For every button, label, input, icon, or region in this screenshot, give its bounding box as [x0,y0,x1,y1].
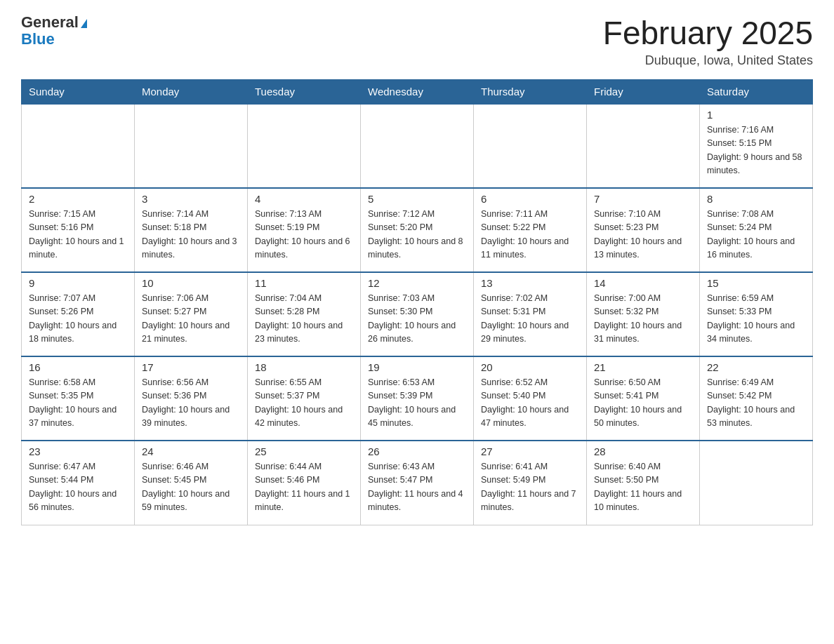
weekday-header-sunday: Sunday [22,80,135,105]
day-info: Sunrise: 7:08 AMSunset: 5:24 PMDaylight:… [707,208,805,262]
day-number: 5 [368,193,466,205]
day-info: Sunrise: 6:41 AMSunset: 5:49 PMDaylight:… [481,460,579,515]
weekday-header-row: SundayMondayTuesdayWednesdayThursdayFrid… [22,80,813,105]
calendar-week-row: 1Sunrise: 7:16 AMSunset: 5:15 PMDaylight… [22,104,813,188]
day-info: Sunrise: 7:16 AMSunset: 5:15 PMDaylight:… [707,123,805,178]
logo-blue-text: Blue [21,30,55,48]
day-info: Sunrise: 6:47 AMSunset: 5:44 PMDaylight:… [29,460,127,515]
day-info: Sunrise: 6:55 AMSunset: 5:37 PMDaylight:… [255,376,353,431]
day-number: 26 [368,445,466,457]
day-number: 13 [481,277,579,289]
day-info: Sunrise: 7:04 AMSunset: 5:28 PMDaylight:… [255,292,353,347]
calendar-day-19: 19Sunrise: 6:53 AMSunset: 5:39 PMDayligh… [361,356,474,441]
weekday-header-saturday: Saturday [700,80,813,105]
calendar-empty-cell [22,104,135,188]
logo-arrow-icon [81,19,87,28]
calendar-day-7: 7Sunrise: 7:10 AMSunset: 5:23 PMDaylight… [587,188,700,272]
calendar-week-row: 2Sunrise: 7:15 AMSunset: 5:16 PMDaylight… [22,188,813,272]
day-number: 4 [255,193,353,205]
day-number: 9 [29,277,127,289]
calendar-day-25: 25Sunrise: 6:44 AMSunset: 5:46 PMDayligh… [248,441,361,525]
calendar-day-17: 17Sunrise: 6:56 AMSunset: 5:36 PMDayligh… [135,356,248,441]
day-info: Sunrise: 7:02 AMSunset: 5:31 PMDaylight:… [481,292,579,347]
day-info: Sunrise: 6:59 AMSunset: 5:33 PMDaylight:… [707,292,805,347]
calendar-empty-cell [587,104,700,188]
day-info: Sunrise: 7:15 AMSunset: 5:16 PMDaylight:… [29,208,127,262]
day-info: Sunrise: 7:07 AMSunset: 5:26 PMDaylight:… [29,292,127,347]
weekday-header-thursday: Thursday [474,80,587,105]
day-info: Sunrise: 7:11 AMSunset: 5:22 PMDaylight:… [481,208,579,262]
calendar-day-9: 9Sunrise: 7:07 AMSunset: 5:26 PMDaylight… [22,272,135,356]
day-number: 1 [707,109,805,121]
weekday-header-friday: Friday [587,80,700,105]
calendar-day-13: 13Sunrise: 7:02 AMSunset: 5:31 PMDayligh… [474,272,587,356]
day-number: 23 [29,445,127,457]
day-info: Sunrise: 7:13 AMSunset: 5:19 PMDaylight:… [255,208,353,262]
calendar-day-23: 23Sunrise: 6:47 AMSunset: 5:44 PMDayligh… [22,441,135,525]
day-number: 15 [707,277,805,289]
day-info: Sunrise: 6:53 AMSunset: 5:39 PMDaylight:… [368,376,466,431]
calendar-day-8: 8Sunrise: 7:08 AMSunset: 5:24 PMDaylight… [700,188,813,272]
logo-general-text: General [21,13,79,31]
day-info: Sunrise: 6:44 AMSunset: 5:46 PMDaylight:… [255,460,353,515]
day-number: 11 [255,277,353,289]
day-number: 2 [29,193,127,205]
calendar-day-21: 21Sunrise: 6:50 AMSunset: 5:41 PMDayligh… [587,356,700,441]
day-info: Sunrise: 7:12 AMSunset: 5:20 PMDaylight:… [368,208,466,262]
calendar-empty-cell [474,104,587,188]
day-number: 24 [142,445,240,457]
day-info: Sunrise: 7:00 AMSunset: 5:32 PMDaylight:… [594,292,692,347]
calendar-day-20: 20Sunrise: 6:52 AMSunset: 5:40 PMDayligh… [474,356,587,441]
day-number: 12 [368,277,466,289]
calendar-empty-cell [248,104,361,188]
day-number: 21 [594,361,692,373]
calendar-day-2: 2Sunrise: 7:15 AMSunset: 5:16 PMDaylight… [22,188,135,272]
calendar-day-14: 14Sunrise: 7:00 AMSunset: 5:32 PMDayligh… [587,272,700,356]
day-number: 10 [142,277,240,289]
calendar-day-6: 6Sunrise: 7:11 AMSunset: 5:22 PMDaylight… [474,188,587,272]
page-header: General Blue February 2025 Dubuque, Iowa… [21,14,813,68]
weekday-header-monday: Monday [135,80,248,105]
calendar-day-18: 18Sunrise: 6:55 AMSunset: 5:37 PMDayligh… [248,356,361,441]
day-info: Sunrise: 7:06 AMSunset: 5:27 PMDaylight:… [142,292,240,347]
day-number: 6 [481,193,579,205]
day-info: Sunrise: 6:52 AMSunset: 5:40 PMDaylight:… [481,376,579,431]
calendar-day-5: 5Sunrise: 7:12 AMSunset: 5:20 PMDaylight… [361,188,474,272]
day-number: 7 [594,193,692,205]
calendar-day-16: 16Sunrise: 6:58 AMSunset: 5:35 PMDayligh… [22,356,135,441]
day-info: Sunrise: 6:46 AMSunset: 5:45 PMDaylight:… [142,460,240,515]
day-info: Sunrise: 7:14 AMSunset: 5:18 PMDaylight:… [142,208,240,262]
calendar-empty-cell [135,104,248,188]
calendar-day-11: 11Sunrise: 7:04 AMSunset: 5:28 PMDayligh… [248,272,361,356]
calendar-day-1: 1Sunrise: 7:16 AMSunset: 5:15 PMDaylight… [700,104,813,188]
calendar-day-12: 12Sunrise: 7:03 AMSunset: 5:30 PMDayligh… [361,272,474,356]
calendar-empty-cell [700,441,813,525]
calendar-table: SundayMondayTuesdayWednesdayThursdayFrid… [21,79,813,525]
calendar-day-24: 24Sunrise: 6:46 AMSunset: 5:45 PMDayligh… [135,441,248,525]
calendar-day-15: 15Sunrise: 6:59 AMSunset: 5:33 PMDayligh… [700,272,813,356]
day-info: Sunrise: 6:40 AMSunset: 5:50 PMDaylight:… [594,460,692,515]
calendar-day-10: 10Sunrise: 7:06 AMSunset: 5:27 PMDayligh… [135,272,248,356]
day-info: Sunrise: 6:58 AMSunset: 5:35 PMDaylight:… [29,376,127,431]
day-info: Sunrise: 6:49 AMSunset: 5:42 PMDaylight:… [707,376,805,431]
weekday-header-wednesday: Wednesday [361,80,474,105]
day-number: 28 [594,445,692,457]
calendar-empty-cell [361,104,474,188]
day-number: 17 [142,361,240,373]
day-number: 3 [142,193,240,205]
calendar-day-28: 28Sunrise: 6:40 AMSunset: 5:50 PMDayligh… [587,441,700,525]
calendar-day-3: 3Sunrise: 7:14 AMSunset: 5:18 PMDaylight… [135,188,248,272]
calendar-day-27: 27Sunrise: 6:41 AMSunset: 5:49 PMDayligh… [474,441,587,525]
weekday-header-tuesday: Tuesday [248,80,361,105]
day-number: 22 [707,361,805,373]
day-info: Sunrise: 7:10 AMSunset: 5:23 PMDaylight:… [594,208,692,262]
day-number: 20 [481,361,579,373]
calendar-week-row: 9Sunrise: 7:07 AMSunset: 5:26 PMDaylight… [22,272,813,356]
day-number: 25 [255,445,353,457]
calendar-day-4: 4Sunrise: 7:13 AMSunset: 5:19 PMDaylight… [248,188,361,272]
day-number: 27 [481,445,579,457]
day-info: Sunrise: 6:50 AMSunset: 5:41 PMDaylight:… [594,376,692,431]
title-area: February 2025 Dubuque, Iowa, United Stat… [603,14,813,68]
day-number: 14 [594,277,692,289]
logo: General Blue [21,14,87,48]
